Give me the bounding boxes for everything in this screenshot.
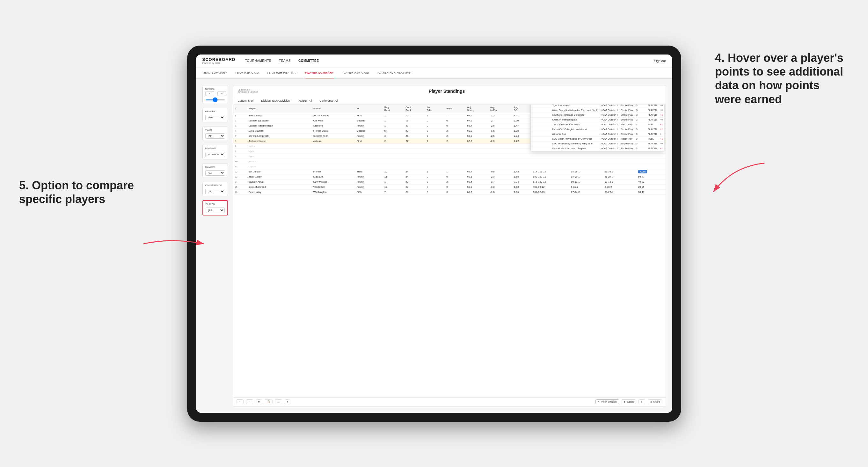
no-rds-slider[interactable]	[205, 99, 225, 100]
player-select[interactable]: (All)	[206, 208, 225, 213]
th-adj-score: Adj.Score	[465, 104, 488, 113]
nav-left: SCOREBOARD Powered by clippi TOURNAMENTS…	[203, 57, 319, 64]
cell-yr: First	[355, 113, 383, 118]
top-nav: SCOREBOARD Powered by clippi TOURNAMENTS…	[196, 55, 672, 68]
th-avg-sg: AvgSG	[512, 104, 531, 113]
tooltip-row: The Cypress Point Classic NCAA Division …	[531, 122, 665, 127]
no-rds-max[interactable]	[217, 91, 226, 96]
arrow-5-svg	[140, 231, 210, 257]
range-inputs: -	[205, 91, 225, 96]
update-time: Update time: 27/01/2024 16:56:26	[238, 89, 258, 93]
nav-right: Sign out	[654, 59, 666, 63]
gender-label: Gender	[205, 110, 225, 113]
th-yr: Yr	[355, 104, 383, 113]
view-label: View: Original	[601, 400, 617, 403]
filter-group-conference: Conference (All)	[203, 182, 228, 196]
conference-select[interactable]: (All)	[205, 189, 225, 194]
th-school: School	[312, 104, 355, 113]
player-label: Player	[206, 203, 225, 206]
cell-adj-score: 67.1	[465, 113, 488, 118]
division-label: Division	[205, 147, 225, 150]
arrow-4-svg	[707, 160, 771, 198]
table-row: 11 Gordo	[233, 164, 665, 169]
th-no-rds: NoRds.	[425, 104, 445, 113]
table-row: 9 Prest	[233, 154, 665, 159]
cell-reg-rank: 1	[383, 113, 404, 118]
download-btn[interactable]: ⬇	[639, 399, 645, 404]
table-row: 24 Bastien Amat New Mexico Fourth 1 27 2…	[233, 179, 665, 184]
year-select[interactable]: (All)	[205, 133, 225, 139]
sub-nav-team-h2h-heatmap[interactable]: TEAM H2H HEATMAP	[267, 68, 298, 79]
sub-nav-player-h2h-heatmap[interactable]: PLAYER H2H HEATMAP	[377, 68, 411, 79]
no-rds-label: No Rds.	[205, 87, 225, 90]
tooltip-row: Mirobel Maui Jim Intercollegiate NCAA Di…	[531, 146, 665, 151]
tooltip-row: Wake Forest Invitational at Pinehurst No…	[531, 108, 665, 113]
back-btn[interactable]: ←	[237, 399, 244, 404]
share-label: Share	[653, 400, 660, 403]
filter-region: Region: All	[299, 99, 312, 102]
clock-btn[interactable]: ●	[285, 399, 291, 404]
more-btn[interactable]: …	[275, 399, 282, 404]
nav-link-committee[interactable]: COMMITTEE	[298, 58, 319, 64]
filter-group-year: Year (All)	[203, 126, 228, 141]
filter-group-region: Region N/A	[203, 163, 228, 178]
conference-label: Conference	[205, 184, 225, 187]
table-row: 25 Cole Sherwood Vanderbilt Fourth 12 23…	[233, 184, 665, 189]
table-row: 10 Jacob	[233, 159, 665, 164]
tooltip-row: Southern Highlands Collegiate NCAA Divis…	[531, 113, 665, 117]
tooltip-row: SEC Match Play hosted by Jerry Pate NCAA…	[531, 136, 665, 141]
region-select[interactable]: N/A	[205, 170, 225, 176]
tooltip-row: Amer An Intercollegiate NCAA Division I …	[531, 117, 665, 122]
nav-link-tournaments[interactable]: TOURNAMENTS	[245, 58, 271, 64]
tooltip-row: SEC Stroke Play hosted by Jerry Pate NCA…	[531, 141, 665, 146]
share-btn[interactable]: ⇈ Share	[648, 399, 662, 404]
main-content: No Rds. - Gender Men Year	[196, 79, 672, 413]
filter-gender: Gender: Men	[238, 99, 254, 102]
th-reg-rank: RegRank	[383, 104, 404, 113]
sub-nav-player-summary[interactable]: PLAYER SUMMARY	[305, 68, 334, 79]
tooltip-row: Fallen Oak Collegiate Invitational NCAA …	[531, 127, 665, 132]
filter-group-division: Division NCAA Division I	[203, 145, 228, 159]
forward-btn[interactable]: →	[246, 399, 253, 404]
table-row: 23 Jack Lundin Missouri Fourth 11 24 0 0…	[233, 174, 665, 179]
logo-text: SCOREBOARD	[203, 57, 236, 62]
cell-player: Wenyi Ding	[247, 113, 311, 118]
cell-school: Arizona State	[312, 113, 355, 118]
refresh-btn[interactable]: ↻	[256, 399, 262, 404]
sub-nav: TEAM SUMMARY TEAM H2H GRID TEAM H2H HEAT…	[196, 68, 672, 79]
cell-to-par: -3.2	[489, 113, 512, 118]
sub-nav-player-h2h-grid[interactable]: PLAYER H2H GRID	[342, 68, 369, 79]
sign-out-link[interactable]: Sign out	[654, 59, 666, 63]
cell-wins: 1	[445, 113, 465, 118]
sub-nav-team-h2h-grid[interactable]: TEAM H2H GRID	[235, 68, 259, 79]
filter-group-gender: Gender Men	[203, 108, 228, 122]
nav-link-teams[interactable]: TEAMS	[279, 58, 291, 64]
filter-conference: Conference: All	[319, 99, 338, 102]
logo-sub: Powered by clippi	[203, 62, 236, 64]
th-conf-rank: ConfRank	[404, 104, 425, 113]
cell-conf-rank: 15	[404, 113, 425, 118]
table-row: 22 Ian Gilligan Florida Third 10 24 1 1 …	[233, 169, 665, 174]
panel-header: Update time: 27/01/2024 16:56:26 Player …	[233, 86, 665, 97]
tooltip-row: Williams Cup NCAA Division I Stroke Play…	[531, 132, 665, 136]
th-wins: Wins	[445, 104, 465, 113]
cell-no-rds: 1	[425, 113, 445, 118]
view-original-btn[interactable]: 👁 View: Original	[595, 399, 619, 404]
no-rds-min[interactable]	[205, 91, 214, 96]
nav-links: TOURNAMENTS TEAMS COMMITTEE	[245, 58, 319, 64]
watch-icon: ▶	[624, 400, 626, 403]
cell-rank: 1	[233, 113, 247, 118]
filter-row: Gender: Men Division: NCAA Division I Re…	[233, 97, 665, 104]
division-select[interactable]: NCAA Division I	[205, 152, 225, 157]
annotation-4: 4. Hover over a player's points to see a…	[715, 51, 849, 106]
copy-btn[interactable]: 📋	[265, 399, 273, 404]
view-icon: 👁	[598, 400, 600, 403]
tooltip-table: Player Event Event Division Event Type R…	[531, 104, 665, 151]
panel-title: Player Standings	[258, 89, 636, 94]
th-rank: #	[233, 104, 247, 113]
gender-select[interactable]: Men	[205, 115, 225, 120]
watch-btn[interactable]: ▶ Watch	[622, 399, 636, 404]
sub-nav-team-summary[interactable]: TEAM SUMMARY	[203, 68, 227, 79]
annotation-5: 5. Option to compare specific players	[19, 179, 140, 206]
table-row: 26 Pete Hruby Washington Fifth 7 23 0 0 …	[233, 189, 665, 194]
